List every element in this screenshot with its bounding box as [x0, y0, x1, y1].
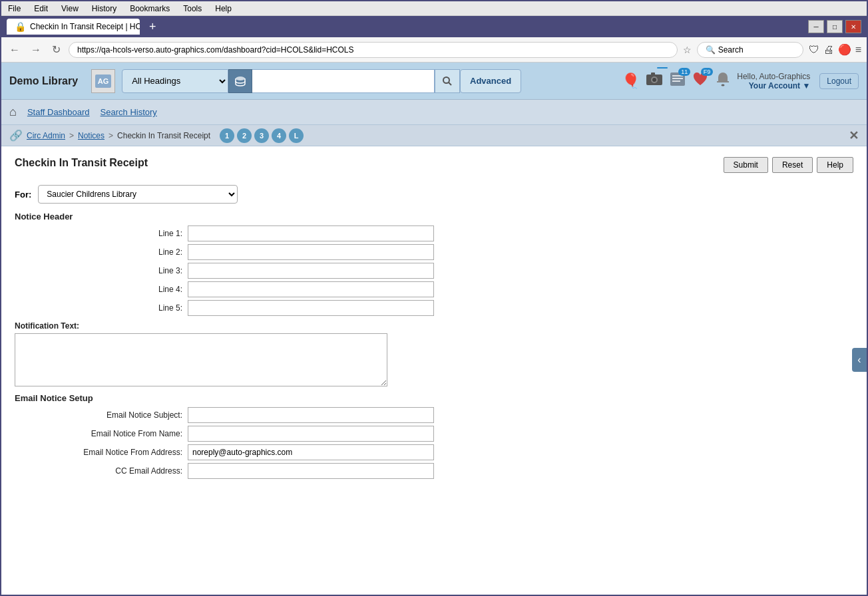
camera-icon[interactable]	[645, 70, 664, 92]
reset-button[interactable]: Reset	[772, 157, 813, 173]
step-4[interactable]: 4	[272, 128, 286, 143]
logo-icon: AG	[91, 69, 115, 93]
staff-dashboard-link[interactable]: Staff Dashboard	[27, 107, 90, 117]
menu-file[interactable]: File	[5, 3, 23, 15]
list-icon[interactable]: 11	[669, 71, 686, 92]
menu-history[interactable]: History	[89, 3, 119, 15]
advanced-button[interactable]: Advanced	[460, 69, 521, 93]
search-icon: 🔍	[706, 45, 716, 55]
cc-email-label: CC Email Address:	[15, 466, 188, 476]
line5-input[interactable]	[188, 300, 434, 316]
menu-view[interactable]: View	[59, 3, 81, 15]
notification-textarea[interactable]	[15, 333, 387, 386]
user-info[interactable]: Hello, Auto-Graphics Your Account ▼	[737, 72, 810, 90]
search-bar: All Headings Advanced	[122, 69, 521, 93]
balloon-icon[interactable]: 🎈	[622, 73, 640, 90]
svg-line-4	[449, 82, 451, 85]
shield-icon[interactable]: 🛡	[809, 44, 819, 56]
circ-admin-link[interactable]: Circ Admin	[27, 131, 65, 140]
form-title: Checkin In Transit Receipt	[15, 157, 148, 169]
svg-point-13	[722, 84, 725, 86]
reload-button[interactable]: ↻	[49, 42, 63, 57]
search-label: Search	[718, 45, 744, 55]
svg-point-3	[443, 77, 449, 83]
side-collapse-button[interactable]: ‹	[852, 348, 867, 372]
close-button[interactable]: ✕	[845, 20, 861, 33]
for-select[interactable]: Saucier Childrens Library	[38, 185, 238, 204]
home-icon[interactable]: ⌂	[9, 105, 17, 119]
email-subject-label: Email Notice Subject:	[15, 410, 188, 420]
account-link[interactable]: Your Account ▼	[737, 81, 810, 90]
step-1[interactable]: 1	[220, 128, 234, 143]
svg-point-2	[236, 76, 245, 80]
svg-rect-8	[651, 73, 655, 75]
maximize-button[interactable]: □	[827, 20, 843, 33]
pocket-icon[interactable]: 🔴	[838, 43, 851, 56]
line5-label: Line 5:	[15, 303, 188, 313]
line3-input[interactable]	[188, 263, 434, 279]
email-section-header: Email Notice Setup	[15, 393, 853, 403]
link-icon: 🔗	[9, 129, 23, 142]
hello-text: Hello, Auto-Graphics	[737, 72, 810, 81]
forward-button[interactable]: →	[28, 43, 44, 57]
step-3[interactable]: 3	[254, 128, 269, 143]
heart-icon[interactable]: F9	[692, 71, 709, 92]
for-label: For:	[15, 190, 31, 200]
line2-label: Line 2:	[15, 247, 188, 257]
email-subject-input[interactable]	[188, 407, 434, 423]
submit-button[interactable]: Submit	[724, 157, 768, 173]
camera-badge	[657, 67, 668, 69]
menu-bookmarks[interactable]: Bookmarks	[127, 3, 172, 15]
step-l[interactable]: L	[289, 128, 304, 143]
print-icon[interactable]: 🖨	[823, 44, 834, 56]
step-circles: 1 2 3 4 L	[220, 128, 304, 143]
bell-icon[interactable]	[714, 71, 732, 92]
svg-text:AG: AG	[98, 77, 109, 85]
menu-help[interactable]: Help	[212, 3, 234, 15]
svg-point-7	[652, 78, 656, 82]
menu-tools[interactable]: Tools	[180, 3, 204, 15]
heading-select[interactable]: All Headings	[122, 69, 228, 93]
email-from-name-input[interactable]	[188, 426, 434, 442]
url-bar[interactable]	[69, 42, 678, 58]
notice-header-label: Notice Header	[15, 212, 853, 222]
back-button[interactable]: ←	[7, 43, 23, 57]
step-2[interactable]: 2	[237, 128, 252, 143]
email-from-name-label: Email Notice From Name:	[15, 429, 188, 438]
line1-label: Line 1:	[15, 229, 188, 238]
cc-email-input[interactable]	[188, 463, 434, 479]
new-tab-button[interactable]: +	[145, 20, 160, 34]
line3-label: Line 3:	[15, 266, 188, 275]
list-badge: 11	[678, 68, 690, 76]
search-history-link[interactable]: Search History	[101, 107, 157, 117]
email-from-address-label: Email Notice From Address:	[15, 448, 188, 457]
menu-dots-icon[interactable]: ≡	[855, 44, 861, 56]
email-from-address-input[interactable]	[188, 444, 434, 460]
minimize-button[interactable]: ─	[808, 20, 824, 33]
browser-tab[interactable]: 🔒 Checkin In Transit Receipt | HCO ✕	[7, 19, 140, 35]
line2-input[interactable]	[188, 244, 434, 260]
notification-text-label: Notification Text:	[15, 321, 853, 331]
library-name: Demo Library	[9, 75, 78, 87]
bookmark-star-icon[interactable]: ☆	[683, 45, 692, 55]
search-button[interactable]	[435, 69, 460, 93]
heart-badge: F9	[701, 68, 714, 76]
line1-input[interactable]	[188, 225, 434, 241]
tab-title: Checkin In Transit Receipt | HCO	[30, 22, 140, 31]
current-page-label: Checkin In Transit Receipt	[117, 131, 210, 140]
database-icon[interactable]	[228, 69, 252, 93]
menu-edit[interactable]: Edit	[31, 3, 51, 15]
line4-label: Line 4:	[15, 285, 188, 294]
search-input[interactable]	[252, 69, 435, 93]
breadcrumb: 🔗 Circ Admin > Notices > Checkin In Tran…	[1, 125, 867, 146]
logout-button[interactable]: Logout	[819, 73, 859, 89]
line4-input[interactable]	[188, 281, 434, 297]
browser-search-box[interactable]: 🔍 Search	[697, 42, 803, 58]
close-button[interactable]: ✕	[849, 128, 859, 143]
help-button[interactable]: Help	[817, 157, 853, 173]
notices-link[interactable]: Notices	[78, 131, 105, 140]
